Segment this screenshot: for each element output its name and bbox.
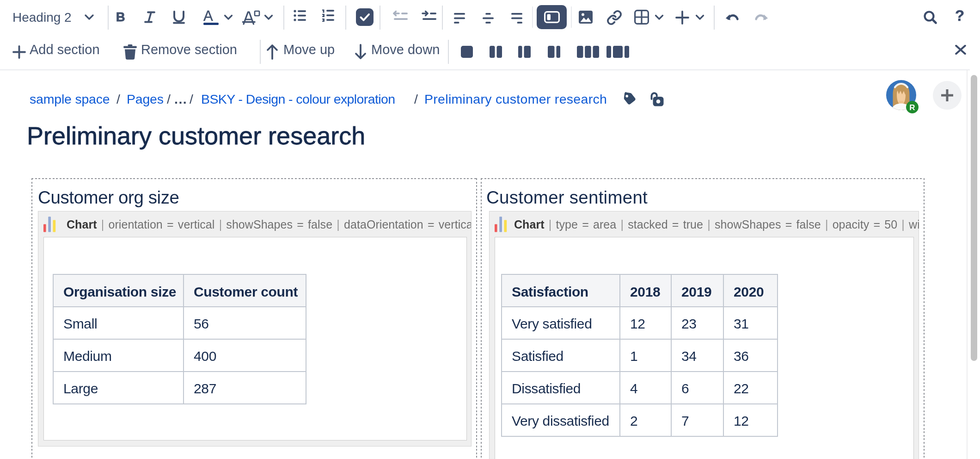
svg-text:R: R	[909, 103, 915, 112]
